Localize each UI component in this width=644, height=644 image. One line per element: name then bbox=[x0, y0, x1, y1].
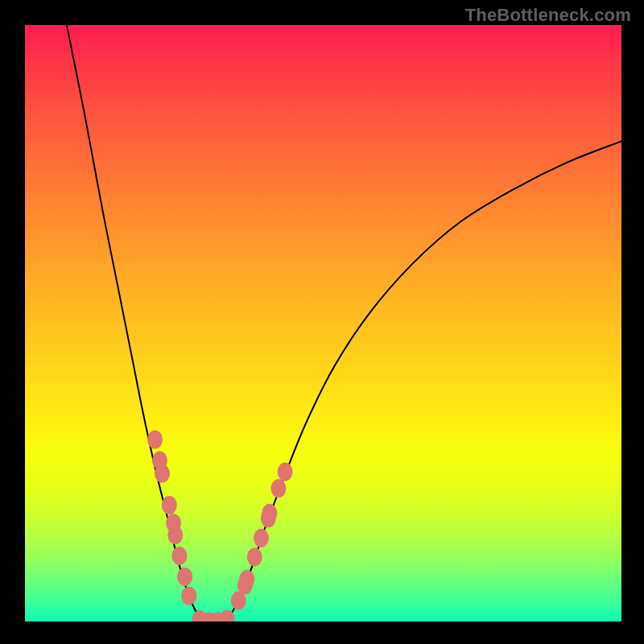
curve-path bbox=[67, 25, 621, 621]
data-marker bbox=[167, 526, 183, 544]
data-marker bbox=[155, 464, 170, 483]
data-marker bbox=[147, 430, 163, 448]
data-marker bbox=[262, 504, 277, 522]
data-markers bbox=[147, 430, 293, 621]
data-marker bbox=[171, 547, 187, 565]
data-marker bbox=[254, 529, 269, 547]
data-marker bbox=[162, 496, 177, 514]
data-marker bbox=[177, 568, 192, 586]
chart-svg bbox=[25, 25, 621, 621]
data-marker bbox=[239, 570, 254, 588]
bottleneck-curve bbox=[67, 25, 621, 621]
data-marker bbox=[247, 547, 262, 566]
plot-area bbox=[25, 25, 621, 621]
data-marker bbox=[181, 587, 196, 605]
data-marker bbox=[270, 479, 286, 497]
attribution-text: TheBottleneck.com bbox=[465, 5, 631, 26]
data-marker bbox=[278, 463, 293, 481]
chart-frame: TheBottleneck.com bbox=[0, 0, 644, 644]
